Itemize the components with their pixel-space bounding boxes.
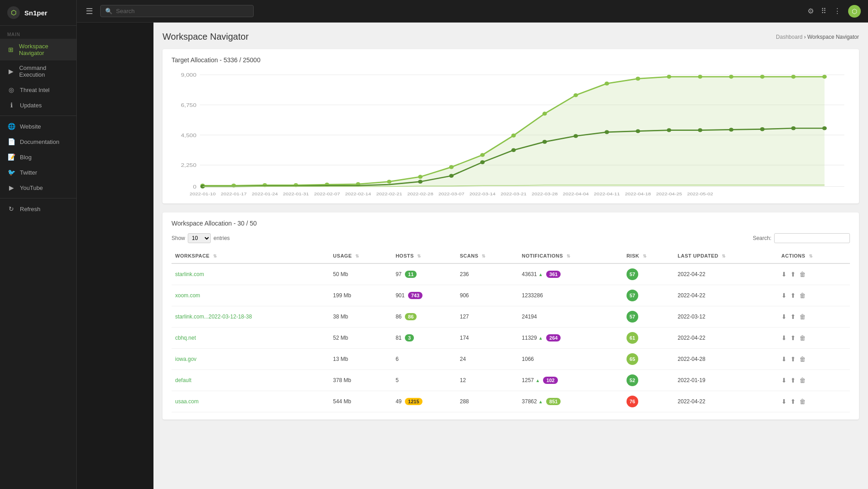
cell-workspace: usaa.com [172,391,330,412]
svg-point-27 [698,75,702,79]
sidebar-item-twitter[interactable]: 🐦 Twitter [0,165,76,180]
export-icon[interactable]: ⬆ [790,398,796,405]
delete-icon[interactable]: 🗑 [799,313,806,320]
sidebar-item-youtube[interactable]: ▶ YouTube [0,180,76,195]
entries-select[interactable]: 10 25 50 100 [188,233,211,243]
twitter-icon: 🐦 [7,169,15,176]
cell-scans: 236 [456,263,518,285]
arrow-up-icon: ▲ [538,399,543,404]
sidebar-item-refresh[interactable]: ↻ Refresh [0,201,76,217]
delete-icon[interactable]: 🗑 [799,355,806,363]
sidebar-item-documentation[interactable]: 📄 Documentation [0,134,76,149]
svg-text:2022-02-07: 2022-02-07 [314,191,340,196]
download-icon[interactable]: ⬇ [781,355,787,363]
notification-badge: 264 [546,334,561,341]
table-controls: Show 10 25 50 100 entries Search: [172,233,850,243]
download-icon[interactable]: ⬇ [781,377,787,384]
arrow-up-icon: ▲ [538,272,543,277]
col-hosts[interactable]: HOSTS ⇅ [392,249,456,263]
cell-hosts: 901 743 [392,285,456,306]
export-icon[interactable]: ⬆ [790,292,796,299]
sidebar-label-blog: Blog [20,154,32,161]
col-usage[interactable]: USAGE ⇅ [330,249,392,263]
export-icon[interactable]: ⬆ [790,271,796,278]
col-scans[interactable]: SCANS ⇅ [456,249,518,263]
export-icon[interactable]: ⬆ [790,334,796,341]
cell-last-updated: 2022-04-22 [674,328,778,349]
col-notifications[interactable]: NOTIFICATIONS ⇅ [518,249,623,263]
app-logo[interactable]: ⬡ Sn1per [0,0,76,26]
apps-icon[interactable]: ⠿ [821,7,826,15]
sidebar-item-website[interactable]: 🌐 Website [0,119,76,134]
logo-icon: ⬡ [7,6,20,19]
topbar-right: ⚙ ⠿ ⋮ ⬡ [808,5,861,18]
col-workspace[interactable]: WORKSPACE ⇅ [172,249,330,263]
risk-badge: 57 [627,268,638,280]
workspace-link[interactable]: cbhq.net [175,335,196,341]
cell-notifications: 11329 ▲ 264 [518,328,623,349]
workspace-link[interactable]: starlink.com [175,271,204,277]
chart-card: Target Allocation - 5336 / 25000 9,000 6… [162,49,859,203]
export-icon[interactable]: ⬆ [790,313,796,320]
export-icon[interactable]: ⬆ [790,355,796,363]
export-icon[interactable]: ⬆ [790,377,796,384]
sidebar-item-workspace-navigator[interactable]: ⊞ Workspace Navigator [0,39,76,60]
cell-workspace: cbhq.net [172,328,330,349]
download-icon[interactable]: ⬇ [781,271,787,278]
delete-icon[interactable]: 🗑 [799,377,806,384]
hamburger-menu-icon[interactable]: ☰ [84,5,95,18]
delete-icon[interactable]: 🗑 [799,398,806,405]
cell-risk: 76 [623,391,674,412]
svg-point-30 [791,75,796,79]
table-row: usaa.com 544 Mb 49 1215 288 37862 ▲ 851 … [172,391,850,412]
sidebar-item-updates[interactable]: ℹ Updates [0,97,76,113]
delete-icon[interactable]: 🗑 [799,271,806,278]
workspace-link[interactable]: iowa.gov [175,356,196,362]
search-input[interactable] [116,8,249,14]
col-risk[interactable]: RISK ⇅ [623,249,674,263]
download-icon[interactable]: ⬇ [781,398,787,405]
more-icon[interactable]: ⋮ [834,7,841,15]
breadcrumb-parent[interactable]: Dashboard [776,34,803,40]
hosts-badge: 3 [405,334,414,341]
col-last-updated[interactable]: LAST UPDATED ⇅ [674,249,778,263]
hosts-badge: 1215 [405,398,422,405]
sidebar-item-blog[interactable]: 📝 Blog [0,149,76,165]
table-row: default 378 Mb 5 12 1257 ▲ 102 52 2022-0… [172,370,850,391]
delete-icon[interactable]: 🗑 [799,334,806,341]
svg-text:2022-04-04: 2022-04-04 [563,191,589,196]
sidebar-item-threat-intel[interactable]: ◎ Threat Intel [0,82,76,97]
cell-scans: 288 [456,391,518,412]
sidebar-item-command-execution[interactable]: ▶ Command Execution [0,60,76,82]
download-icon[interactable]: ⬇ [781,334,787,341]
svg-point-23 [574,93,578,97]
cell-scans: 174 [456,328,518,349]
cell-notifications: 1257 ▲ 102 [518,370,623,391]
app-name: Sn1per [24,9,47,17]
workspace-link[interactable]: starlink.com...2022-03-12-18-38 [175,314,252,320]
table-title: Workspace Allocation - 30 / 50 [172,220,850,227]
main-content: Workspace Navigator Dashboard › Workspac… [153,23,868,489]
svg-text:2022-01-31: 2022-01-31 [283,191,309,196]
cell-workspace: xoom.com [172,285,330,306]
settings-icon[interactable]: ⚙ [808,7,814,15]
workspace-link[interactable]: xoom.com [175,292,200,299]
download-icon[interactable]: ⬇ [781,292,787,299]
sidebar-section-main: MAIN [0,26,76,39]
download-icon[interactable]: ⬇ [781,313,787,320]
svg-point-21 [511,134,516,138]
arrow-up-icon: ▲ [538,336,543,341]
table-search-input[interactable] [774,233,850,243]
table-row: xoom.com 199 Mb 901 743 906 1233286 57 2… [172,285,850,306]
user-avatar-icon[interactable]: ⬡ [848,5,861,18]
col-actions[interactable]: ACTIONS ⇅ [778,249,850,263]
delete-icon[interactable]: 🗑 [799,292,806,299]
doc-icon: 📄 [7,138,15,145]
workspace-link[interactable]: default [175,377,191,383]
sidebar-label-threat-intel: Threat Intel [20,87,50,93]
cell-scans: 24 [456,349,518,370]
svg-text:4,500: 4,500 [181,132,196,138]
sidebar-divider [0,115,76,116]
workspace-link[interactable]: usaa.com [175,398,199,405]
svg-point-38 [574,134,578,138]
